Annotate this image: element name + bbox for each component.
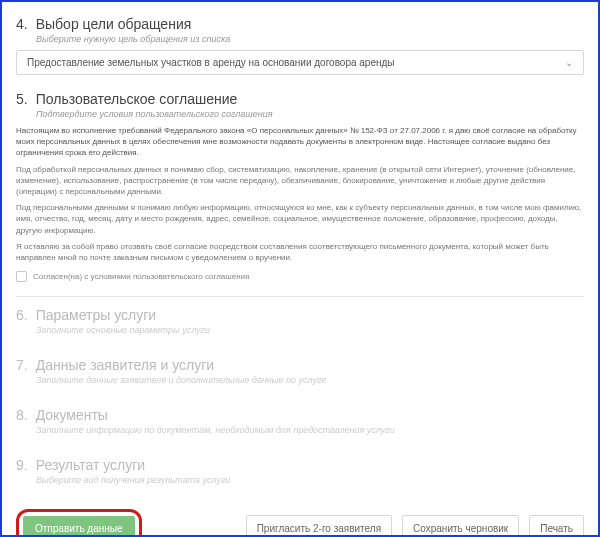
purpose-select-value: Предоставление земельных участков в арен…	[27, 57, 395, 68]
section-7-num: 7.	[16, 357, 28, 373]
section-7-sub: Заполните данные заявителя и дополнитель…	[36, 375, 584, 385]
section-8-num: 8.	[16, 407, 28, 423]
print-button[interactable]: Печать	[529, 515, 584, 537]
section-4-sub: Выберите нужную цель обращения из списка	[36, 34, 584, 44]
agree-checkbox[interactable]	[16, 271, 27, 282]
section-6-num: 6.	[16, 307, 28, 323]
section-8: 8. Документы Заполните информацию по док…	[16, 401, 584, 451]
purpose-select[interactable]: Предоставление земельных участков в арен…	[16, 50, 584, 75]
agreement-p3: Под персональными данными я понимаю любу…	[16, 202, 584, 236]
agreement-p1: Настоящим во исполнение требований Федер…	[16, 125, 584, 159]
section-6-sub: Заполните основные параметры услуги	[36, 325, 584, 335]
section-5-title: Пользовательское соглашение	[36, 91, 238, 107]
section-5: 5. Пользовательское соглашение Подтверди…	[16, 85, 584, 292]
form-frame: 4. Выбор цели обращения Выберите нужную …	[0, 0, 600, 537]
chevron-down-icon: ⌄	[565, 57, 573, 68]
section-4-num: 4.	[16, 16, 28, 32]
agree-checkbox-label: Согласен(на) с условиями пользовательско…	[33, 272, 249, 281]
section-5-num: 5.	[16, 91, 28, 107]
section-9-title: Результат услуги	[36, 457, 146, 473]
divider	[16, 296, 584, 297]
section-7: 7. Данные заявителя и услуги Заполните д…	[16, 351, 584, 401]
section-5-sub: Подтвердите условия пользовательского со…	[36, 109, 584, 119]
agreement-text: Настоящим во исполнение требований Федер…	[16, 125, 584, 263]
invite-button[interactable]: Пригласить 2-го заявителя	[246, 515, 392, 537]
agreement-p2: Под обработкой персональных данных я пон…	[16, 164, 584, 198]
submit-highlight: Отправить данные	[16, 509, 142, 537]
action-bar: Отправить данные Пригласить 2-го заявите…	[16, 509, 584, 537]
section-4: 4. Выбор цели обращения Выберите нужную …	[16, 10, 584, 85]
submit-button[interactable]: Отправить данные	[23, 516, 135, 537]
section-9-sub: Выберите вид получения результата услуги	[36, 475, 584, 485]
agreement-p4: Я оставляю за собой право отозвать своё …	[16, 241, 584, 263]
section-6-title: Параметры услуги	[36, 307, 156, 323]
section-9: 9. Результат услуги Выберите вид получен…	[16, 451, 584, 501]
section-6: 6. Параметры услуги Заполните основные п…	[16, 301, 584, 351]
section-8-sub: Заполните информацию по документам, необ…	[36, 425, 584, 435]
section-7-title: Данные заявителя и услуги	[36, 357, 214, 373]
section-9-num: 9.	[16, 457, 28, 473]
agree-checkbox-row: Согласен(на) с условиями пользовательско…	[16, 271, 584, 282]
save-draft-button[interactable]: Сохранить черновик	[402, 515, 519, 537]
section-8-title: Документы	[36, 407, 108, 423]
section-4-title: Выбор цели обращения	[36, 16, 192, 32]
